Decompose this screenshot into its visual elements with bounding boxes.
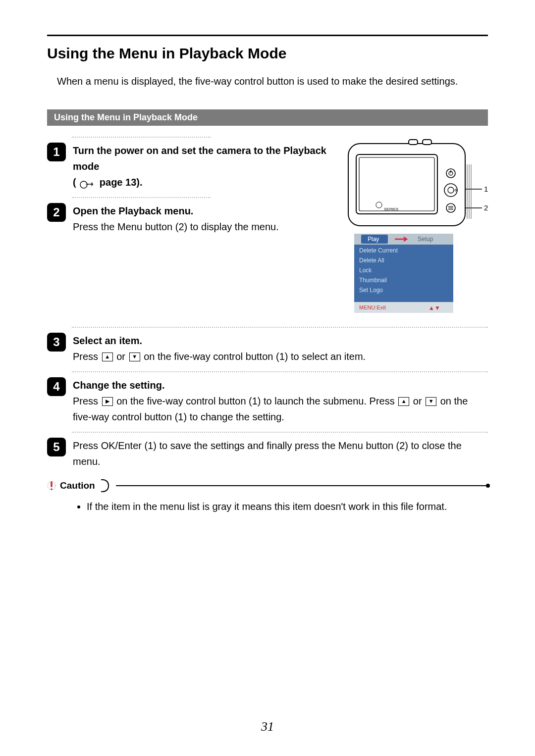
step-2: 2 Open the Playback menu. Press the Menu… [47, 203, 330, 235]
steps-top-area: 1 Turn the power on and set the camera t… [47, 135, 488, 325]
arrow-up-icon: ▲ [102, 353, 113, 361]
step-2-text: Press the Menu button (2) to display the… [73, 221, 279, 232]
dotted-divider [72, 432, 488, 433]
step-4-head: Change the setting [73, 380, 162, 391]
svg-text:SERIES: SERIES [384, 207, 398, 211]
bracket-icon [101, 479, 109, 492]
step-3-text-b: or [116, 351, 128, 362]
top-rule [47, 35, 488, 36]
step-4-body: Change the setting. Press ▶ on the five-… [73, 377, 488, 425]
svg-point-15 [448, 187, 454, 193]
dotted-divider [72, 137, 211, 138]
camera-illustration: 1 2 SERIES [339, 135, 488, 323]
caution-label: Caution [60, 480, 95, 491]
dotted-divider [72, 197, 211, 198]
step-1: 1 Turn the power on and set the camera t… [47, 143, 330, 190]
step-4-text-c: or [413, 396, 425, 406]
manual-page: Using the Menu in Playback Mode When a m… [0, 0, 535, 756]
step-5: 5 Press OK/Enter (1) to save the setting… [47, 438, 488, 469]
svg-rect-5 [423, 140, 431, 145]
menu-item: Delete Current [359, 247, 398, 254]
step-badge-3: 3 [47, 333, 66, 352]
step-5-body: Press OK/Enter (1) to save the settings … [73, 438, 488, 469]
dotted-divider [72, 327, 488, 328]
step-badge-5: 5 [47, 438, 66, 456]
step-4-text-a: Press [73, 396, 101, 406]
section-header: Using the Menu in Playback Mode [47, 109, 488, 126]
page-title: Using the Menu in Playback Mode [47, 45, 488, 62]
menu-item: Lock [359, 267, 372, 274]
step-1-ref-open: ( [73, 177, 76, 188]
step-3-head: Select an item [73, 335, 140, 346]
menu-item: Set Logo [359, 287, 383, 294]
svg-rect-26 [51, 481, 53, 487]
step-badge-2: 2 [47, 203, 66, 222]
caution-list: If the item in the menu list is gray it … [67, 499, 488, 514]
caution-block: Caution If the item in the menu list is … [47, 479, 488, 514]
arrow-down-icon: ▼ [426, 397, 436, 406]
menu-footer-left: MENU:Exit [359, 304, 386, 310]
dotted-divider [72, 371, 488, 372]
step-3-text-c: on the five-way control button (1) to se… [144, 351, 366, 362]
svg-point-0 [80, 181, 87, 188]
menu-item: Delete All [359, 257, 384, 264]
step-1-line1: Turn the power on and set the camera to … [73, 145, 326, 172]
menu-item: Thumbnail [359, 277, 387, 284]
steps-left-column: 1 Turn the power on and set the camera t… [47, 135, 330, 325]
step-2-body: Open the Playback menu. Press the Menu b… [73, 203, 330, 235]
caution-item: If the item in the menu list is gray it … [87, 499, 488, 514]
callout-1: 1 [484, 185, 488, 193]
menu-footer-arrows: ▲▼ [428, 304, 440, 311]
five-way-control-icon [444, 184, 457, 197]
svg-rect-4 [409, 140, 418, 145]
camera-diagram: 1 2 SERIES [339, 135, 488, 325]
arrow-down-icon: ▼ [129, 353, 140, 361]
step-1-body: Turn the power on and set the camera to … [73, 143, 330, 190]
step-5-text: Press OK/Enter (1) to save the settings … [73, 440, 462, 467]
step-4: 4 Change the setting. Press ▶ on the fiv… [47, 377, 488, 425]
svg-rect-27 [51, 489, 53, 491]
page-number: 31 [0, 719, 535, 734]
caution-rule [116, 485, 488, 486]
step-3-body: Select an item. Press ▲ or ▼ on the five… [73, 333, 488, 364]
menu-button-icon [446, 203, 455, 212]
svg-point-16 [455, 189, 457, 191]
step-4-text-b: on the five-way control button (1) to la… [116, 396, 397, 406]
arrow-right-icon: ▶ [102, 397, 113, 406]
intro-paragraph: When a menu is displayed, the five-way c… [57, 73, 488, 90]
step-3: 3 Select an item. Press ▲ or ▼ on the fi… [47, 333, 488, 364]
callout-2: 2 [484, 203, 488, 212]
step-badge-4: 4 [47, 377, 66, 396]
svg-rect-7 [359, 157, 434, 211]
menu-tab-setup: Setup [418, 236, 433, 243]
caution-icon [47, 479, 56, 492]
menu-tab-play: Play [368, 236, 379, 243]
step-badge-1: 1 [47, 143, 66, 161]
step-3-text-a: Press [73, 351, 101, 362]
step-2-head: Open the Playback menu [73, 205, 191, 216]
step-1-ref: page 13). [100, 177, 143, 188]
arrow-up-icon: ▲ [398, 397, 409, 406]
caution-heading: Caution [47, 479, 488, 492]
hand-pointer-icon [80, 178, 94, 187]
playback-menu-screenshot: Play Setup Delete Current Delete All Loc… [354, 234, 453, 313]
